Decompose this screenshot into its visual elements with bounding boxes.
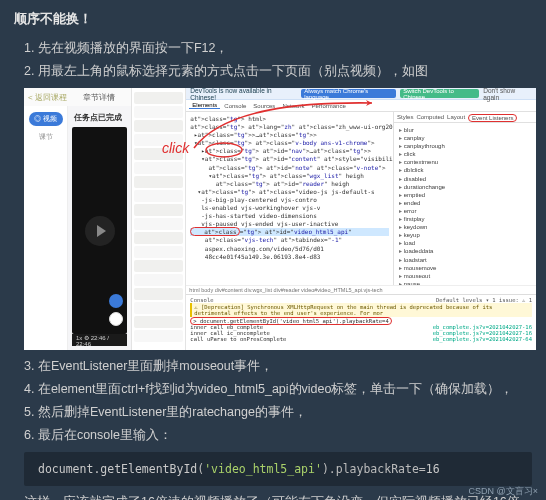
dom-line[interactable]: ▾at">class="tg"> at">class="wgx_list" he… <box>190 172 389 180</box>
event-durationchange[interactable]: durationchange <box>399 183 531 191</box>
banner-switch-button[interactable]: Switch DevTools to Chinese <box>400 89 479 98</box>
event-emptied[interactable]: emptied <box>399 191 531 199</box>
event-canplay[interactable]: canplay <box>399 134 531 142</box>
tab-network[interactable]: Network <box>279 103 307 109</box>
tab-performance[interactable]: Performance <box>308 103 348 109</box>
player-title: 章节详情 <box>83 92 115 103</box>
event-error[interactable]: error <box>399 207 531 215</box>
list-item[interactable] <box>134 218 183 230</box>
list-item[interactable] <box>134 288 183 300</box>
tab-console[interactable]: Console <box>221 103 249 109</box>
video-area[interactable] <box>72 127 127 334</box>
sidebar-video-button[interactable]: ◎ 视频 <box>29 112 63 126</box>
code-val: 16 <box>426 462 440 476</box>
dom-line[interactable]: -js-has-started video-dimensions <box>190 212 389 220</box>
banner-dismiss[interactable]: Don't show again <box>483 87 532 101</box>
dom-line[interactable]: at">class="tg"> at">id="video_html5_api" <box>190 228 389 236</box>
dom-line[interactable]: at">class="tg"> at">id="note" at">class=… <box>190 164 389 172</box>
code-block: document.getElementById('video_html5_api… <box>24 452 532 486</box>
side-tab-event-listeners[interactable]: Event Listeners <box>468 114 517 122</box>
event-blur[interactable]: blur <box>399 126 531 134</box>
dom-line[interactable]: at">class="vjs-tech" at">tabindex="-1" <box>190 236 389 244</box>
console-filter-levels[interactable]: Default levels ▾ 1 issue: ⚠ 1 <box>436 297 532 303</box>
dom-line[interactable]: ▸at">class="tg">>…at">class="tg">> <box>190 131 389 139</box>
dom-tree[interactable]: at">class="tg"> html>at">class="tg"> at"… <box>186 112 394 285</box>
dom-line[interactable]: ▾at">class="tg"> at">id="content" at">st… <box>190 155 389 163</box>
list-item[interactable] <box>134 316 183 328</box>
banner-text: DevTools is now available in Chinese! <box>190 87 297 101</box>
step-4: 4. 在element里面ctrl+f找到id为video_html5_api的… <box>24 381 532 398</box>
screenshot-figure: < 返回课程 章节详情 ◎ 视频 课节 任务点已完成 1x ⚙ 22:46 / … <box>24 88 536 350</box>
tab-elements[interactable]: Elements <box>189 102 220 109</box>
event-dblclick[interactable]: dblclick <box>399 166 531 174</box>
dom-line[interactable]: ▾at">class="tg"> at">class="v-body ans-v… <box>190 139 389 147</box>
devtools-tabs: Elements Console Sources Network Perform… <box>186 100 536 112</box>
list-item[interactable] <box>134 246 183 258</box>
final-note: 这样，应该就完成了16倍速的视频播放了（可能左下角没变，但实际视频播放已经16倍… <box>24 494 532 500</box>
list-item[interactable] <box>134 148 183 160</box>
list-item[interactable] <box>134 260 183 272</box>
event-mousemove[interactable]: mousemove <box>399 264 531 272</box>
console-panel[interactable]: Console Default levels ▾ 1 issue: ⚠ 1 ⚠ … <box>186 294 536 350</box>
section-heading: 顺序不能换！ <box>14 10 532 28</box>
tab-sources[interactable]: Sources <box>250 103 278 109</box>
dom-line[interactable]: at">class="tg"> html> <box>190 115 389 123</box>
event-loadeddata[interactable]: loadeddata <box>399 247 531 255</box>
dom-line[interactable]: -js-big-play-centered vjs-contro <box>190 196 389 204</box>
event-disabled[interactable]: disabled <box>399 175 531 183</box>
player-pane: < 返回课程 章节详情 ◎ 视频 课节 任务点已完成 1x ⚙ 22:46 / … <box>24 88 132 350</box>
dom-line[interactable]: at">class="tg"> at">lang="zh" at">class=… <box>190 123 389 131</box>
dom-line[interactable]: 48cc4e01f45a149.3e.06193.8e4-d83 <box>190 253 389 261</box>
banner-match-button[interactable]: Always match Chrome's language <box>301 89 396 98</box>
list-item[interactable] <box>134 134 183 146</box>
list-item[interactable] <box>134 302 183 314</box>
side-tab-layout[interactable]: Layout <box>447 114 465 122</box>
event-click[interactable]: click <box>399 150 531 158</box>
code-arg: 'video_html5_api' <box>204 462 322 476</box>
list-item[interactable] <box>134 232 183 244</box>
side-tab-computed[interactable]: Computed <box>416 114 444 122</box>
event-keydown[interactable]: keydown <box>399 223 531 231</box>
event-listeners-list[interactable]: blurcanplaycanplaythroughclickcontextmen… <box>394 123 536 285</box>
dom-line[interactable]: ▸at">class="tg"> at">id="nav">…at">class… <box>190 147 389 155</box>
list-item[interactable] <box>134 330 183 342</box>
back-link[interactable]: < 返回课程 <box>28 92 67 103</box>
code-fn: getElementById <box>100 462 197 476</box>
dom-line[interactable]: at">class="tg"> at">id="reader" heigh <box>190 180 389 188</box>
event-keyup[interactable]: keyup <box>399 231 531 239</box>
list-item[interactable] <box>134 274 183 286</box>
player-top-bar: < 返回课程 章节详情 <box>24 88 131 106</box>
assist-icon[interactable] <box>109 312 123 326</box>
event-contextmenu[interactable]: contextmenu <box>399 158 531 166</box>
dom-line[interactable]: ls-enabled vjs-workinghover vjs-v <box>190 204 389 212</box>
devtools-side-panel: Styles Computed Layout Event Listeners b… <box>394 112 536 285</box>
event-ended[interactable]: ended <box>399 199 531 207</box>
event-loadstart[interactable]: loadstart <box>399 256 531 264</box>
event-canplaythrough[interactable]: canplaythrough <box>399 142 531 150</box>
console-deprecation-warning: ⚠ [Deprecation] Synchronous XMLHttpReque… <box>190 303 532 317</box>
event-load[interactable]: load <box>399 239 531 247</box>
event-firstplay[interactable]: firstplay <box>399 215 531 223</box>
chat-bubble-icon[interactable] <box>109 294 123 308</box>
side-tab-styles[interactable]: Styles <box>397 114 413 122</box>
list-item[interactable] <box>134 120 183 132</box>
devtools-pane: DevTools is now available in Chinese! Al… <box>186 88 536 350</box>
list-item[interactable] <box>134 106 183 118</box>
video-controls[interactable]: 1x ⚙ 22:46 / 22:46 <box>72 334 127 346</box>
console-tab-label: Console <box>190 297 213 303</box>
list-item[interactable] <box>134 204 183 216</box>
step-6: 6. 最后在console里输入： <box>24 427 532 444</box>
event-mouseout[interactable]: mouseout <box>399 272 531 280</box>
list-item[interactable] <box>134 176 183 188</box>
list-item[interactable] <box>134 92 183 104</box>
dom-line[interactable]: ▾at">class="tg"> at">class="video-js js-… <box>190 188 389 196</box>
play-icon[interactable] <box>85 216 115 246</box>
dom-breadcrumb[interactable]: html body div#content div.wgx_list div#r… <box>186 285 536 294</box>
dom-line[interactable]: aspex.chaoxing.com/video/5d76/d01 <box>190 245 389 253</box>
step-3: 3. 在EventListener里面删掉mouseout事件， <box>24 358 532 375</box>
list-item[interactable] <box>134 190 183 202</box>
side-tabs: Styles Computed Layout Event Listeners <box>394 112 536 123</box>
list-item[interactable] <box>134 162 183 174</box>
devtools-language-banner: DevTools is now available in Chinese! Al… <box>186 88 536 100</box>
player-sidebar: ◎ 视频 课节 <box>24 106 68 350</box>
